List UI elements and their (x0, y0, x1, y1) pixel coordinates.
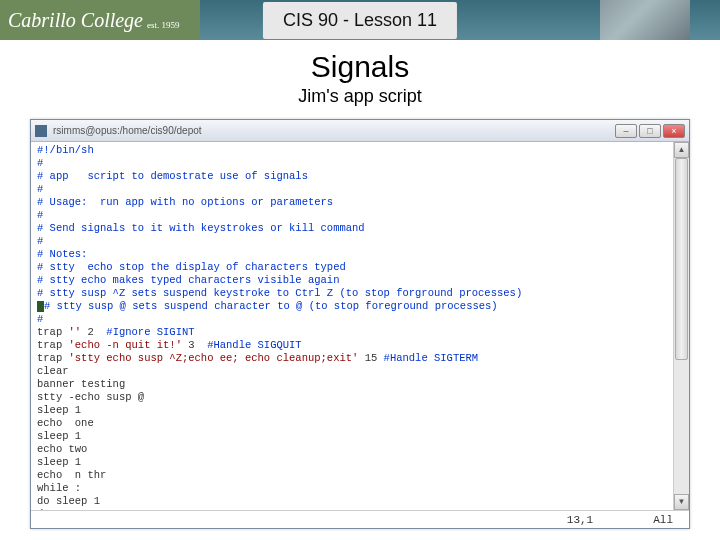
code-line: echo one (37, 417, 667, 430)
terminal-body: #!/bin/sh## app script to demostrate use… (31, 142, 689, 510)
code-line: echo n thr (37, 469, 667, 482)
scroll-indicator: All (653, 514, 673, 526)
minimize-button[interactable]: – (615, 124, 637, 138)
scroll-thumb[interactable] (675, 158, 688, 360)
code-line: # (37, 157, 667, 170)
slide-titles: Signals Jim's app script (0, 50, 720, 107)
code-line: sleep 1 (37, 456, 667, 469)
code-line: # stty susp @ sets suspend character to … (37, 300, 667, 313)
code-line: # (37, 183, 667, 196)
code-line: done (37, 508, 667, 510)
page-subtitle: Jim's app script (0, 86, 720, 107)
code-line: trap '' 2 #Ignore SIGINT (37, 326, 667, 339)
code-line: # app script to demostrate use of signal… (37, 170, 667, 183)
code-line: # stty echo makes typed characters visib… (37, 274, 667, 287)
scroll-up-button[interactable]: ▲ (674, 142, 689, 158)
code-line: stty -echo susp @ (37, 391, 667, 404)
app-header: Cabrillo College est. 1959 CIS 90 - Less… (0, 0, 720, 40)
code-area[interactable]: #!/bin/sh## app script to demostrate use… (31, 142, 673, 510)
terminal-icon (35, 125, 47, 137)
vertical-scrollbar[interactable]: ▲ ▼ (673, 142, 689, 510)
code-line: trap 'echo -n quit it!' 3 #Handle SIGQUI… (37, 339, 667, 352)
code-line: # stty echo stop the display of characte… (37, 261, 667, 274)
code-line: echo two (37, 443, 667, 456)
logo-year: est. 1959 (147, 20, 180, 30)
page-title: Signals (0, 50, 720, 84)
code-line: # stty susp ^Z sets suspend keystroke to… (37, 287, 667, 300)
maximize-button[interactable]: □ (639, 124, 661, 138)
cursor-position: 13,1 (567, 514, 593, 526)
window-path: rsimms@opus:/home/cis90/depot (53, 125, 615, 136)
lesson-title: CIS 90 - Lesson 11 (263, 2, 457, 39)
vim-statusbar: 13,1 All (31, 510, 689, 528)
header-photo (600, 0, 690, 40)
code-line: trap 'stty echo susp ^Z;echo ee; echo cl… (37, 352, 667, 365)
terminal-window: rsimms@opus:/home/cis90/depot – □ × #!/b… (30, 119, 690, 529)
code-line: # (37, 313, 667, 326)
code-line: # (37, 209, 667, 222)
code-line: sleep 1 (37, 430, 667, 443)
code-line: sleep 1 (37, 404, 667, 417)
logo-text: Cabrillo College (8, 9, 143, 32)
code-line: do sleep 1 (37, 495, 667, 508)
code-line: # Notes: (37, 248, 667, 261)
code-line: while : (37, 482, 667, 495)
scroll-down-button[interactable]: ▼ (674, 494, 689, 510)
window-controls: – □ × (615, 124, 685, 138)
code-line: # Usage: run app with no options or para… (37, 196, 667, 209)
college-logo: Cabrillo College est. 1959 (0, 0, 200, 40)
window-titlebar[interactable]: rsimms@opus:/home/cis90/depot – □ × (31, 120, 689, 142)
code-line: clear (37, 365, 667, 378)
close-button[interactable]: × (663, 124, 685, 138)
scroll-track[interactable] (674, 158, 689, 494)
code-line: #!/bin/sh (37, 144, 667, 157)
code-line: # Send signals to it with keystrokes or … (37, 222, 667, 235)
code-line: banner testing (37, 378, 667, 391)
code-line: # (37, 235, 667, 248)
